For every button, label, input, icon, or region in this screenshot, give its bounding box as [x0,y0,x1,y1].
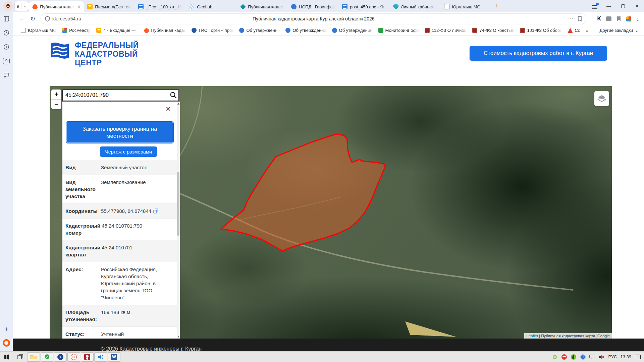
tab-counter[interactable]: 9 ⌄ [15,1,29,11]
bookmark-decree-1[interactable]: Об утверждении [239,28,280,33]
bookmark-law-101[interactable]: 101-ФЗ Об оборо [520,28,562,33]
scroll-up-arrow[interactable] [177,102,180,106]
scrollbar-thumb[interactable] [177,172,179,236]
cost-of-works-button[interactable]: Стоимость кадастровых работ в г. Курган [470,46,607,61]
sidebar-add-icon[interactable]: + [4,325,8,333]
panel-close-icon[interactable]: ✕ [165,105,171,113]
clock[interactable]: 13:39 [620,354,631,359]
site-logo[interactable]: ФЕДЕРАЛЬНЫЙ КАДАСТРОВЫЙ ЦЕНТР [49,41,139,67]
tab-yurgamysh[interactable]: Юргамыш МО [441,1,492,12]
bookmark-monitoring[interactable]: Мониторинг офо [378,28,419,33]
zoom-in-button[interactable]: + [51,89,61,99]
bookmark-law-112[interactable]: 112-ФЗ О личном [425,28,467,33]
bookmark-flag-icon[interactable] [578,16,582,21]
search-button[interactable] [168,92,178,99]
yandex-browser-app-button[interactable]: Y [54,352,67,362]
bookmark-decree-3[interactable]: Об утверждении [332,28,373,33]
gis-favicon [192,28,197,33]
order-border-check-button[interactable]: Заказать проверку границ на местности [66,121,174,143]
recording-blocked-icon[interactable] [561,354,567,360]
messenger-icon[interactable] [3,72,10,78]
time-sync-icon[interactable]: ! [580,354,586,360]
downloads-button[interactable]: ↓ [636,15,639,22]
bookmark-inbox[interactable]: 4 - Входящие — Я [96,28,138,33]
tab-counter-value: 9 [17,4,19,9]
coordinates-link-icon[interactable] [153,208,158,214]
action-center-button[interactable] [635,354,641,360]
tray-status-icon[interactable] [552,354,558,360]
bookmark-gis-torgi[interactable]: ГИС Торги – прод [192,28,233,33]
word-app-button[interactable]: W [108,352,120,362]
profile-avatar[interactable] [3,1,13,11]
file-explorer-button[interactable] [27,352,40,362]
leaflet-link[interactable]: Leaflet [526,334,538,338]
exclamation-glyph: ! [580,354,586,360]
consultant-app-button[interactable]: C [67,352,80,362]
search-input[interactable] [63,92,168,98]
tab-close-icon[interactable]: ✕ [77,4,80,9]
close-window-button[interactable]: ✕ [630,0,644,12]
extension-icon[interactable] [606,16,611,21]
tab-account[interactable]: Личный кабинет [390,1,441,12]
tab-post450[interactable]: post_450.doc - Яндек [339,1,390,12]
audio-app-button[interactable] [94,352,107,362]
drweb-icon[interactable] [571,354,577,360]
more-actions-icon[interactable]: ⋯ [568,16,573,22]
browser-menu-button[interactable] [588,0,602,12]
language-indicator[interactable]: РУС [608,354,617,359]
back-button[interactable]: ← [19,15,25,22]
tab-doc[interactable]: _Псот_180_от_10.04.2 [135,1,186,12]
tab-mail[interactable]: Письмо «(Без темы)» [84,1,135,12]
bookmark-decree-2[interactable]: Об утверждении [285,28,326,33]
network-icon[interactable] [589,354,595,360]
site-security-shield-icon[interactable] [45,16,50,21]
sidebar-panel-icon[interactable] [3,15,10,22]
table-row: Координаты 55.477988, 64.674844 [62,203,177,218]
antivirus-app-button[interactable] [41,352,53,362]
bookmark-cadastre[interactable]: Публичная кадас [144,28,186,33]
address-bar[interactable]: kk.reestr54.ru Публичная кадастровая кар… [41,13,586,24]
tab-title: _Псот_180_от_10.04.2 [146,4,182,9]
services-badge[interactable]: 9 [3,58,10,64]
tab-cadastre-2[interactable]: Публичная кадастро [237,1,288,12]
tab-cadastre-active[interactable]: Публичная кадаст ✕ [29,1,84,12]
bookmark-yurgamysh[interactable]: Юргамыш МО [21,28,56,33]
layers-control[interactable] [594,91,609,106]
bookmarks-overflow-icon[interactable]: » [586,28,589,33]
bookmark-label: Мониторинг офо [385,28,419,33]
zoom-out-button[interactable]: − [51,99,61,109]
red-app-button[interactable] [81,352,94,362]
history-icon[interactable] [3,29,10,36]
speaker-mute-icon [599,354,605,360]
browser-sidebar: 9 + [0,12,13,351]
drawing-with-dimensions-button[interactable]: Чертеж с размерами [100,146,157,157]
notification-dot [596,3,599,5]
scroll-down-arrow[interactable] [177,335,180,339]
start-button[interactable] [0,352,13,362]
new-tab-button[interactable]: + [492,1,502,11]
bookmark-label: 4 - Входящие — Я [103,28,138,33]
video-play-icon[interactable] [3,44,10,50]
panel-scrollbar[interactable] [177,102,180,339]
extension-color-icon[interactable] [626,16,631,21]
tab-strip: 9 ⌄ Публичная кадаст ✕ Письмо «(Без темы… [0,0,644,12]
bookmark-rosreestr[interactable]: РосРеестр [62,28,91,33]
bookmark-co[interactable]: Со [568,28,580,33]
row-value: Землепользование [100,179,175,200]
maximize-button[interactable] [616,0,630,12]
minimize-button[interactable]: — [602,0,616,12]
blue-speaker-icon [98,354,104,360]
kaspersky-extension-icon[interactable]: K [597,16,601,22]
bookmark-law-74[interactable]: 74-ФЗ О крестьян [472,28,514,33]
parcel-polygon[interactable] [221,134,385,251]
alice-assistant-icon[interactable] [3,339,10,347]
window-controls: — ✕ [588,0,644,12]
tab-geohub[interactable]: Geohub [186,1,237,12]
task-view-button[interactable] [13,352,27,362]
tab-nspd[interactable]: НСПД | Геоинформа [288,1,339,12]
collections-icon[interactable] [616,16,621,21]
map-canvas[interactable]: + − ✕ Зак [50,86,612,339]
volume-muted-icon[interactable] [599,354,605,360]
other-bookmarks-button[interactable]: Другие закладки ⌄ [599,28,639,33]
reload-button[interactable]: ↻ [30,15,35,22]
